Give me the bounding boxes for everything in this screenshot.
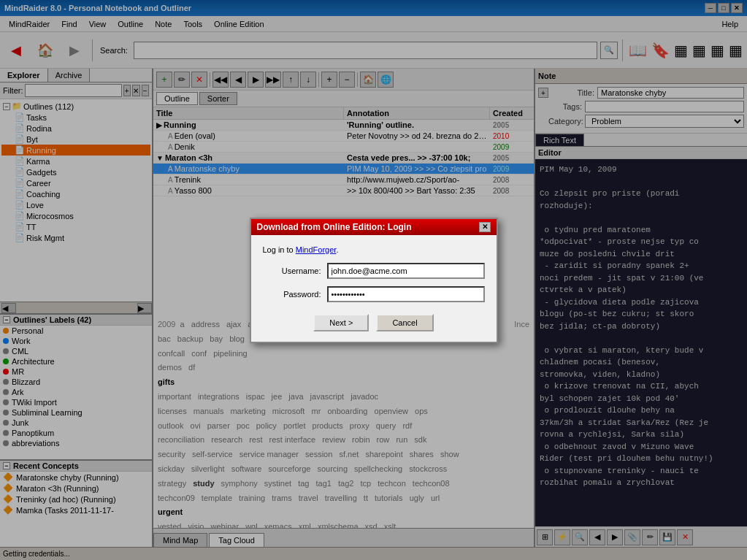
- dialog-overlay: Download from Online Edition: Login ✕ Lo…: [0, 0, 747, 560]
- next-button[interactable]: Next >: [313, 314, 369, 331]
- password-input[interactable]: [327, 286, 485, 302]
- username-input[interactable]: [327, 263, 485, 279]
- dialog-body: Log in to MindForger. Username: Password…: [251, 235, 497, 342]
- dialog-close-btn[interactable]: ✕: [479, 222, 491, 232]
- cancel-button[interactable]: Cancel: [376, 314, 433, 331]
- username-field: Username:: [263, 263, 485, 279]
- username-label: Username:: [263, 266, 321, 275]
- dialog-title-bar: Download from Online Edition: Login ✕: [251, 219, 497, 235]
- dialog-buttons: Next > Cancel: [263, 310, 485, 331]
- password-label: Password:: [263, 290, 321, 299]
- mindforger-link[interactable]: MindForger: [296, 245, 337, 254]
- login-dialog: Download from Online Edition: Login ✕ Lo…: [250, 218, 498, 343]
- password-field: Password:: [263, 286, 485, 302]
- dialog-login-text: Log in to MindForger.: [263, 245, 485, 254]
- dialog-title-text: Download from Online Edition: Login: [257, 222, 412, 232]
